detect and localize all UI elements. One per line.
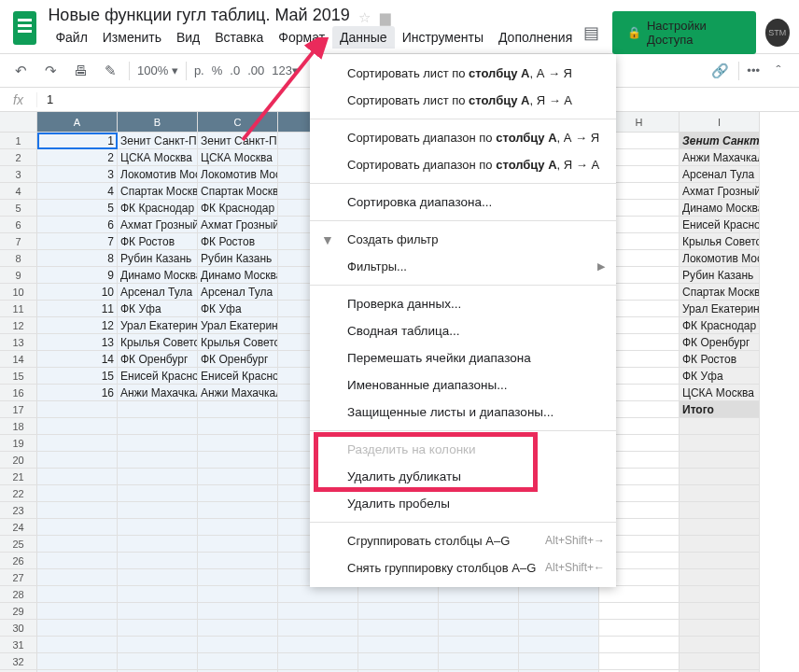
cell-i15[interactable]: ФК Уфа (680, 368, 760, 385)
mi-sort-range[interactable]: Сортировка диапазона... (310, 189, 616, 216)
cell-i6[interactable]: Енисей Красноярс (680, 217, 760, 233)
cell-b11[interactable]: ФК Уфа (118, 301, 198, 317)
cell-i5[interactable]: Динамо Москва (680, 200, 760, 217)
row-header-14[interactable]: 14 (0, 351, 37, 368)
cell-c2[interactable]: ЦСКА Москва (198, 149, 278, 166)
cell-I26[interactable] (680, 553, 760, 569)
cell-b14[interactable]: ФК Оренбург (118, 351, 198, 368)
cell-a1[interactable]: 1 (37, 133, 118, 149)
mi-shuffle[interactable]: Перемешать ячейки диапазона (310, 344, 616, 371)
row-header-30[interactable]: 30 (0, 620, 37, 637)
insert-link-icon[interactable]: 🔗 (708, 63, 731, 79)
cell-b16[interactable]: Анжи Махачкал (118, 385, 198, 401)
cell-a3[interactable]: 3 (37, 166, 118, 183)
cell-b17[interactable] (118, 401, 198, 418)
cell-G28[interactable] (519, 586, 599, 603)
cell-c5[interactable]: ФК Краснодар (198, 200, 278, 217)
cell-i16[interactable]: ЦСКА Москва (680, 385, 760, 401)
menu-file[interactable]: Файл (48, 26, 94, 49)
cell-C26[interactable] (198, 553, 278, 569)
cell-a6[interactable]: 6 (37, 217, 118, 233)
zoom-select[interactable]: 100% ▾ (137, 63, 178, 77)
cell-B28[interactable] (118, 586, 198, 603)
comments-icon[interactable]: ▤ (580, 20, 603, 46)
menu-edit[interactable]: Изменить (95, 26, 169, 49)
col-header-B[interactable]: B (118, 112, 198, 133)
cell-I28[interactable] (680, 586, 760, 603)
row-header-8[interactable]: 8 (0, 250, 37, 267)
cell-H31[interactable] (599, 637, 680, 653)
cell-C24[interactable] (198, 519, 278, 536)
cell-I18[interactable] (680, 418, 760, 435)
row-header-27[interactable]: 27 (0, 569, 37, 586)
cell-a2[interactable]: 2 (37, 149, 118, 166)
percent-format[interactable]: % (212, 63, 223, 77)
cell-I21[interactable] (680, 469, 760, 485)
menu-tools[interactable]: Инструменты (395, 26, 491, 49)
cell-a5[interactable]: 5 (37, 200, 118, 217)
cell-F30[interactable] (439, 620, 519, 637)
cell-b9[interactable]: Динамо Москва (118, 267, 198, 284)
cell-A19[interactable] (37, 435, 118, 452)
mi-filters[interactable]: Фильтры...▶ (310, 253, 616, 280)
toolbar-more[interactable]: ••• (747, 63, 760, 77)
row-header-16[interactable]: 16 (0, 385, 37, 401)
cell-b4[interactable]: Спартак Москва (118, 183, 198, 200)
cell-a9[interactable]: 9 (37, 267, 118, 284)
cell-c12[interactable]: Урал Екатеринбург (198, 317, 278, 334)
row-header-11[interactable]: 11 (0, 301, 37, 317)
cell-C18[interactable] (198, 418, 278, 435)
cell-i10[interactable]: Спартак Москва (680, 284, 760, 301)
row-header-17[interactable]: 17 (0, 401, 37, 418)
cell-A31[interactable] (37, 637, 118, 653)
cell-b3[interactable]: Локомотив Мос (118, 166, 198, 183)
cell-I24[interactable] (680, 519, 760, 536)
cell-I31[interactable] (680, 637, 760, 653)
folder-icon[interactable]: ▆ (380, 9, 391, 25)
row-header-32[interactable]: 32 (0, 653, 37, 670)
cell-A28[interactable] (37, 586, 118, 603)
row-header-28[interactable]: 28 (0, 586, 37, 603)
cell-B32[interactable] (118, 653, 198, 670)
account-avatar[interactable]: STM (765, 19, 790, 47)
cell-B30[interactable] (118, 620, 198, 637)
cell-D32[interactable] (278, 653, 358, 670)
cell-A23[interactable] (37, 502, 118, 519)
cell-a17[interactable] (37, 401, 118, 418)
cell-H32[interactable] (599, 653, 680, 670)
mi-sort-range-az[interactable]: Сортировать диапазон по столбцу A, А → Я (310, 124, 616, 151)
cell-D28[interactable] (278, 586, 358, 603)
mi-remove-duplicates[interactable]: Удалить дубликаты (310, 463, 616, 490)
cell-A22[interactable] (37, 485, 118, 502)
cell-c16[interactable]: Анжи Махачкала (198, 385, 278, 401)
cell-A32[interactable] (37, 653, 118, 670)
cell-i13[interactable]: ФК Оренбург (680, 334, 760, 351)
mi-sort-range-za[interactable]: Сортировать диапазон по столбцу A, Я → А (310, 151, 616, 178)
cell-c4[interactable]: Спартак Москва (198, 183, 278, 200)
cell-G30[interactable] (519, 620, 599, 637)
menu-insert[interactable]: Вставка (207, 26, 271, 49)
cell-C20[interactable] (198, 452, 278, 469)
cell-i12[interactable]: ФК Краснодар (680, 317, 760, 334)
cell-a10[interactable]: 10 (37, 284, 118, 301)
currency-format[interactable]: p. (194, 63, 204, 77)
row-header-26[interactable]: 26 (0, 553, 37, 569)
fx-icon[interactable]: fx (0, 92, 37, 107)
cell-c3[interactable]: Локомотив Москва (198, 166, 278, 183)
cell-D29[interactable] (278, 603, 358, 620)
corner-cell[interactable] (0, 112, 37, 133)
cell-A30[interactable] (37, 620, 118, 637)
cell-A24[interactable] (37, 519, 118, 536)
cell-H28[interactable] (599, 586, 680, 603)
print-icon[interactable]: 🖶 (69, 63, 91, 78)
row-header-5[interactable]: 5 (0, 200, 37, 217)
row-header-6[interactable]: 6 (0, 217, 37, 233)
row-header-10[interactable]: 10 (0, 284, 37, 301)
row-header-22[interactable]: 22 (0, 485, 37, 502)
sheets-logo-icon[interactable] (13, 11, 36, 45)
row-header-15[interactable]: 15 (0, 368, 37, 385)
cell-F32[interactable] (439, 653, 519, 670)
paint-icon[interactable]: ✎ (99, 63, 121, 79)
cell-a16[interactable]: 16 (37, 385, 118, 401)
cell-B24[interactable] (118, 519, 198, 536)
